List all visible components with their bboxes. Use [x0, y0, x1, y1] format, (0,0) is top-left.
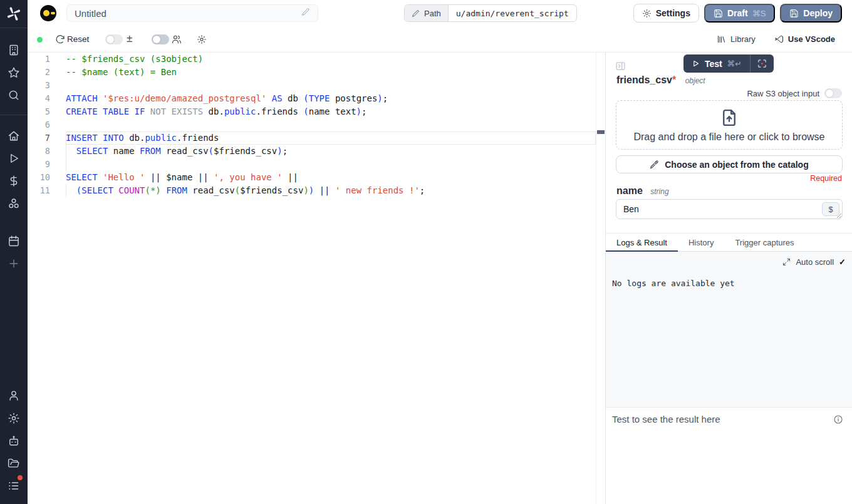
app-window: Untitled Path u/admin/reverent_script Se…	[0, 0, 852, 504]
watch-mode-button[interactable]	[751, 54, 774, 73]
raw-s3-toggle[interactable]	[824, 88, 842, 98]
use-vscode-label: Use VScode	[788, 34, 835, 44]
code-line-1[interactable]: 1-- $friends_csv (s3object)	[28, 53, 596, 66]
arg-name-label: name string	[616, 185, 669, 197]
rail-divider	[0, 28, 28, 28]
settings-button[interactable]: Settings	[633, 4, 699, 23]
schedules-calendar-icon[interactable]	[8, 235, 20, 247]
editor-toolbar: Reset ± Library Use VScode	[28, 26, 852, 53]
line-number: 6	[28, 118, 50, 131]
code-line-7[interactable]: 7INSERT INTO db.public.friends	[28, 131, 596, 145]
test-button[interactable]: Test ⌘↵	[683, 54, 750, 73]
file-dropzone[interactable]: Drag and drop a file here or click to br…	[616, 100, 843, 150]
path-label: Path	[424, 9, 441, 18]
expand-icon[interactable]	[782, 258, 791, 266]
test-button-label: Test	[705, 59, 722, 69]
edit-pencil-icon[interactable]	[301, 8, 310, 19]
code-line-6[interactable]: 6	[28, 118, 596, 131]
top-bar: Untitled Path u/admin/reverent_script Se…	[28, 0, 852, 26]
arg-type: object	[685, 76, 705, 85]
draft-button-label: Draft	[727, 8, 748, 18]
line-number: 3	[28, 79, 50, 92]
line-number: 10	[28, 171, 50, 184]
collapse-panel-icon[interactable]	[615, 61, 626, 71]
path-value: u/admin/reverent_script	[449, 5, 576, 21]
no-logs-message: No logs are available yet	[612, 279, 735, 288]
home-icon[interactable]	[8, 130, 20, 142]
line-number: 2	[28, 66, 50, 79]
auto-scroll-checkmark[interactable]: ✓	[839, 257, 846, 267]
duckdb-language-icon	[40, 5, 56, 21]
name-text-input[interactable]	[616, 199, 843, 219]
deploy-button-label: Deploy	[803, 8, 833, 18]
script-title: Untitled	[75, 8, 301, 19]
user-icon[interactable]	[8, 389, 20, 402]
code-line-9[interactable]: 9	[28, 158, 596, 171]
line-number: 1	[28, 53, 50, 66]
variables-dollar-icon[interactable]	[8, 175, 20, 187]
line-number: 9	[28, 158, 50, 171]
line-number: 7	[28, 131, 50, 145]
folders-icon[interactable]	[8, 457, 20, 470]
path-edit-segment[interactable]: Path	[405, 5, 449, 21]
required-hint: Required	[810, 174, 842, 183]
reset-refresh-icon[interactable]	[55, 34, 65, 44]
logs-area: Auto scroll ✓ No logs are available yet	[606, 252, 852, 408]
resources-cluster-icon[interactable]	[8, 197, 20, 210]
info-icon[interactable]	[833, 414, 843, 424]
ai-bot-icon[interactable]	[8, 435, 20, 447]
tab-history[interactable]: History	[678, 234, 724, 251]
left-rail	[0, 0, 28, 504]
auto-scroll-label[interactable]: Auto scroll	[796, 257, 834, 267]
code-line-5[interactable]: 5CREATE TABLE IF NOT EXISTS db.public.fr…	[28, 105, 596, 118]
draft-button[interactable]: Draft ⌘S	[704, 4, 775, 23]
code-line-2[interactable]: 2-- $name (text) = Ben	[28, 66, 596, 79]
editor-overview-ruler[interactable]	[596, 53, 605, 504]
line-number: 11	[28, 184, 50, 197]
multiplayer-toggle[interactable]	[152, 34, 169, 44]
tab-trigger-captures[interactable]: Trigger captures	[724, 234, 804, 251]
library-label: Library	[730, 34, 756, 44]
arg-type: string	[650, 187, 668, 196]
resize-handle-icon[interactable]	[836, 213, 842, 219]
test-shortcut: ⌘↵	[727, 59, 742, 68]
arg-name: friends_csv	[616, 75, 672, 85]
plus-minus-icon[interactable]: ±	[127, 26, 132, 51]
library-button[interactable]: Library	[717, 34, 756, 44]
workspace-building-icon[interactable]	[8, 44, 20, 56]
choose-object-button[interactable]: Choose an object from the catalog	[616, 155, 843, 173]
changelog-list-icon[interactable]	[8, 480, 20, 492]
runs-play-icon[interactable]	[8, 152, 20, 165]
rail-divider	[0, 115, 28, 115]
favorites-star-icon[interactable]	[8, 66, 20, 79]
use-vscode-button[interactable]: Use VScode	[774, 34, 835, 44]
arg-friends-csv-label: friends_csv* object	[616, 75, 705, 86]
reset-label[interactable]: Reset	[67, 26, 89, 52]
line-number: 8	[28, 145, 50, 158]
path-control[interactable]: Path u/admin/reverent_script	[404, 4, 577, 22]
windmill-logo-icon[interactable]	[6, 6, 21, 21]
code-editor[interactable]: 1-- $friends_csv (s3object)2-- $name (te…	[28, 53, 605, 504]
panel-tabs: Logs & Result History Trigger captures	[606, 233, 852, 252]
draft-shortcut: ⌘S	[752, 9, 766, 18]
code-line-4[interactable]: 4ATTACH '$res:u/demo/amazed_postgresql' …	[28, 92, 596, 105]
arg-name: name	[616, 185, 643, 196]
diff-toggle[interactable]	[105, 34, 123, 44]
users-icon	[172, 34, 182, 44]
add-plus-icon[interactable]	[8, 257, 20, 270]
script-title-input[interactable]: Untitled	[66, 4, 318, 22]
settings-gear-icon[interactable]	[8, 412, 20, 424]
search-icon[interactable]	[8, 89, 20, 101]
editor-settings-gear-icon[interactable]	[197, 34, 207, 44]
code-line-10[interactable]: 10SELECT 'Hello ' || $name || ', you hav…	[28, 171, 596, 184]
code-line-3[interactable]: 3	[28, 79, 596, 92]
deploy-button[interactable]: Deploy	[780, 4, 842, 23]
code-line-11[interactable]: 11 (SELECT COUNT(*) FROM read_csv($frien…	[28, 184, 596, 197]
test-panel: Test ⌘↵ friends_csv* object Raw S3 objec…	[605, 53, 852, 504]
notification-dot	[16, 474, 24, 481]
code-line-8[interactable]: 8 SELECT name FROM read_csv($friends_csv…	[28, 145, 596, 158]
result-area: Test to see the result here	[606, 410, 852, 504]
line-number: 5	[28, 105, 50, 118]
tab-logs-result[interactable]: Logs & Result	[606, 234, 678, 251]
required-star: *	[672, 75, 676, 85]
